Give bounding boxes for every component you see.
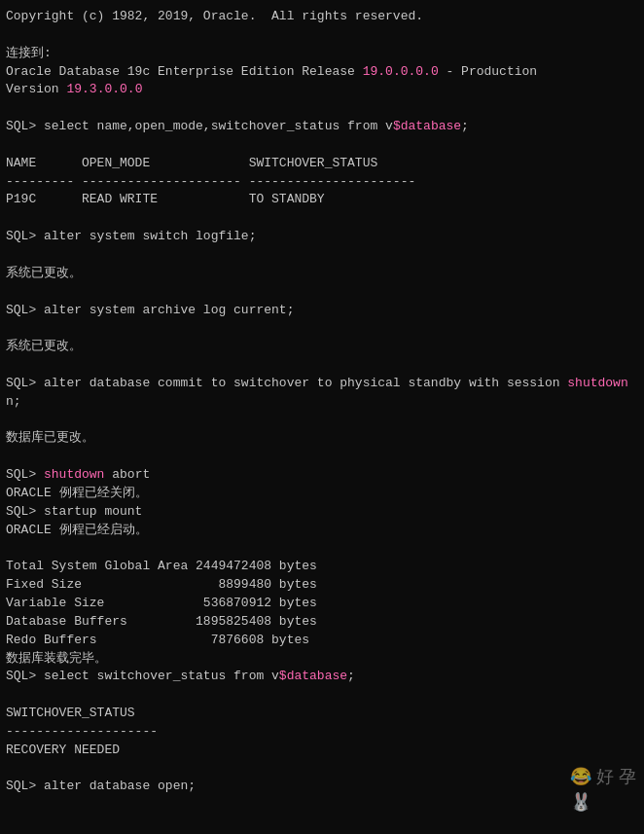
terminal-line-sql4a: SQL> alter database commit to switchover… xyxy=(6,375,638,393)
terminal-line-blank10 xyxy=(6,448,638,466)
terminal-line-blank4 xyxy=(6,209,638,228)
terminal-line-sql4b: n; xyxy=(6,393,638,412)
terminal-line-sys-changed1: 系统已更改。 xyxy=(6,265,638,283)
terminal-line-version: Version 19.3.0.0.0 xyxy=(6,81,638,99)
terminal-line-blank13 xyxy=(6,760,638,779)
terminal-line-sys-changed2: 系统已更改。 xyxy=(6,338,638,356)
terminal-line-sql8: SQL> alter database open; xyxy=(6,778,638,796)
terminal-line-sql2: SQL> alter system switch logfile; xyxy=(6,228,638,246)
terminal-line-oracle-started: ORACLE 例程已经启动。 xyxy=(6,522,638,540)
terminal-line-connect-info: Oracle Database 19c Enterprise Edition R… xyxy=(6,63,638,82)
terminal-line-mem3: Variable Size 536870912 bytes xyxy=(6,595,638,613)
terminal-line-copyright: Copyright (c) 1982, 2019, Oracle. All ri… xyxy=(6,8,638,26)
terminal-line-blank15 xyxy=(6,815,638,833)
terminal-line-blank3 xyxy=(6,136,638,155)
terminal-line-sql6: SQL> startup mount xyxy=(6,503,638,522)
terminal-line-mem2: Fixed Size 8899480 bytes xyxy=(6,576,638,595)
terminal-line-mem4: Database Buffers 1895825408 bytes xyxy=(6,613,638,632)
terminal-line-connect-label: 连接到: xyxy=(6,45,638,63)
terminal-line-blank12 xyxy=(6,686,638,705)
terminal-line-blank5 xyxy=(6,246,638,265)
terminal-line-blank1 xyxy=(6,26,638,45)
terminal-line-blank14 xyxy=(6,796,638,815)
terminal-line-mem5: Redo Buffers 7876608 bytes xyxy=(6,632,638,650)
terminal-line-blank9 xyxy=(6,412,638,430)
terminal-line-sw-header: SWITCHOVER_STATUS xyxy=(6,705,638,723)
terminal-line-db-loaded: 数据库装载完毕。 xyxy=(6,650,638,669)
terminal-line-sql1: SQL> select name,open_mode,switchover_st… xyxy=(6,118,638,136)
terminal-line-blank11 xyxy=(6,539,638,558)
terminal-line-sw-dashes: -------------------- xyxy=(6,723,638,742)
terminal-line-oracle-closed: ORACLE 例程已经关闭。 xyxy=(6,485,638,503)
terminal-line-db-changed1: 数据库已更改。 xyxy=(6,429,638,448)
terminal-line-col-values: P19C READ WRITE TO STANDBY xyxy=(6,191,638,209)
terminal-line-sql5: SQL> shutdown abort xyxy=(6,466,638,485)
terminal-line-blank2 xyxy=(6,99,638,118)
terminal-line-col-headers: NAME OPEN_MODE SWITCHOVER_STATUS xyxy=(6,155,638,173)
terminal-line-sw-value1: RECOVERY NEEDED xyxy=(6,742,638,760)
terminal-line-blank7 xyxy=(6,319,638,338)
terminal-line-blank8 xyxy=(6,356,638,375)
terminal-line-blank6 xyxy=(6,283,638,302)
terminal-window: Copyright (c) 1982, 2019, Oracle. All ri… xyxy=(6,8,638,834)
terminal-line-sql7: SQL> select switchover_status from v$dat… xyxy=(6,668,638,686)
terminal-line-col-dashes: --------- --------------------- --------… xyxy=(6,173,638,192)
terminal-line-sql3: SQL> alter system archive log current; xyxy=(6,302,638,320)
terminal-line-mem1: Total System Global Area 2449472408 byte… xyxy=(6,558,638,576)
